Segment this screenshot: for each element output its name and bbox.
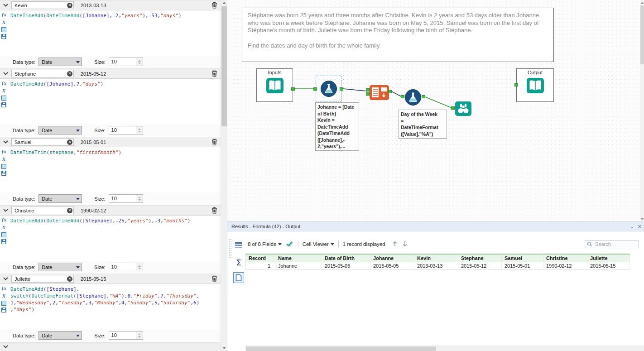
spinner-up-icon[interactable] (138, 264, 141, 267)
chevron-down-icon[interactable] (2, 140, 9, 144)
expression-editor[interactable]: DateTimeAdd([Stephane],switch(DateTimeFo… (8, 284, 221, 329)
dropdown-arrow-icon[interactable] (74, 332, 82, 339)
clear-field-icon[interactable] (67, 3, 72, 8)
clear-field-icon[interactable] (67, 208, 72, 213)
previous-record-icon[interactable] (392, 240, 398, 248)
insert-variable-icon[interactable]: X (2, 88, 5, 94)
output-anchor[interactable] (291, 87, 295, 91)
column-header-stephane[interactable]: Stephane (458, 254, 502, 262)
cell[interactable]: 2015-05-15 (587, 262, 630, 270)
cell[interactable]: 2015-05-12 (458, 262, 502, 270)
results-hscrollbar[interactable] (245, 346, 644, 351)
input-anchor[interactable] (401, 95, 404, 98)
save-expression-icon[interactable] (1, 102, 6, 107)
size-spinner-buttons[interactable] (136, 332, 143, 339)
spinner-down-icon[interactable] (138, 199, 141, 202)
formula-tool-selection[interactable] (316, 76, 341, 101)
data-type-select[interactable]: Date (38, 194, 82, 203)
cell[interactable]: 1990-02-12 (543, 262, 587, 270)
expression-editor[interactable]: DateTimeAdd([Johanne],7,"days") (8, 79, 221, 124)
output-anchor[interactable] (340, 87, 343, 91)
formula-annotation-2[interactable]: Day of the Week=DateTimeFormat([Value],"… (399, 110, 447, 139)
output-anchor[interactable] (422, 95, 425, 98)
search-field[interactable] (585, 240, 639, 248)
delete-field-icon[interactable] (211, 139, 217, 145)
data-type-select[interactable]: Date (38, 331, 82, 340)
formula-card-header[interactable]: Samuel 2015-05-01 (0, 137, 221, 147)
delete-field-icon[interactable] (211, 70, 217, 77)
scroll-down-icon[interactable] (221, 345, 227, 351)
arrange-tool-icon[interactable] (369, 85, 389, 101)
column-header-johanne[interactable]: Johanne (370, 254, 414, 262)
field-name-input[interactable]: Juliette (11, 275, 74, 283)
size-spinner-buttons[interactable] (136, 126, 143, 134)
formula-card-partial[interactable] (0, 342, 221, 351)
data-type-select[interactable]: Date (38, 263, 82, 271)
scrollbar-thumb[interactable] (221, 6, 227, 126)
dropdown-arrow-icon[interactable] (74, 263, 82, 271)
text-input-tool-icon[interactable] (266, 77, 284, 94)
arrange-tool[interactable] (369, 85, 389, 101)
dropdown-arrow-icon[interactable] (74, 126, 82, 134)
delete-field-icon[interactable] (211, 207, 217, 214)
cell[interactable]: 2015-05-01 (502, 262, 543, 270)
metadata-view-icon[interactable]: ∑ (233, 256, 244, 267)
cell[interactable]: 2015-05-05 (370, 262, 414, 270)
formula-tool-2[interactable] (404, 89, 422, 107)
input-anchor[interactable] (451, 106, 455, 110)
saved-expressions-icon[interactable] (1, 96, 6, 101)
insert-variable-icon[interactable]: X (2, 293, 5, 299)
formula-card-header[interactable]: Christine 1990-02-12 (0, 205, 221, 216)
fields-dropdown[interactable]: 8 of 8 Fields (248, 241, 282, 247)
panel-grip[interactable] (228, 239, 231, 259)
column-header-date-of-birth[interactable]: Date of Birth (322, 254, 370, 262)
saved-expressions-icon[interactable] (1, 232, 6, 237)
delete-field-icon[interactable] (211, 275, 217, 282)
size-spinner-buttons[interactable] (136, 58, 143, 66)
spinner-down-icon[interactable] (138, 131, 141, 134)
input-anchor[interactable] (514, 83, 518, 87)
scroll-up-icon[interactable] (221, 0, 227, 6)
formula-tool-icon[interactable] (320, 80, 337, 97)
scroll-up-icon[interactable] (640, 0, 644, 5)
search-input[interactable] (594, 241, 634, 247)
scroll-down-icon[interactable] (640, 216, 644, 221)
insert-function-icon[interactable]: ƒx (1, 149, 6, 154)
field-name-input[interactable]: Stephane (11, 70, 74, 77)
spinner-up-icon[interactable] (138, 58, 141, 62)
input-anchor[interactable] (366, 92, 370, 96)
clear-field-icon[interactable] (67, 71, 72, 77)
results-header[interactable]: Results - Formula (42) - Output ⌄ ✕ (227, 221, 644, 231)
save-expression-icon[interactable] (1, 239, 6, 244)
cell-viewer-dropdown[interactable]: Cell Viewer (303, 241, 334, 247)
save-expression-icon[interactable] (1, 308, 6, 313)
data-view-icon[interactable] (233, 240, 244, 250)
insert-variable-icon[interactable]: X (2, 156, 5, 162)
close-results-icon[interactable]: ✕ (638, 223, 642, 230)
field-name-input[interactable]: Kevin (11, 1, 74, 9)
column-header-samuel[interactable]: Samuel (502, 254, 543, 262)
table-row[interactable]: 1Johanne2015-05-052015-05-052013-03-1320… (246, 262, 630, 270)
profile-view-icon[interactable] (233, 272, 244, 283)
saved-expressions-icon[interactable] (1, 301, 6, 306)
column-header-christine[interactable]: Christine (543, 254, 587, 262)
spinner-up-icon[interactable] (138, 332, 141, 335)
field-name-input[interactable]: Samuel (11, 138, 74, 146)
cell[interactable]: 2015-05-05 (322, 262, 370, 270)
collapse-results-icon[interactable]: ⌄ (630, 223, 634, 230)
insert-variable-icon[interactable]: X (2, 225, 5, 231)
size-input[interactable]: 10 (109, 331, 143, 340)
expression-editor[interactable]: DateTimeTrim(stephane,"firstofmonth") (8, 147, 221, 192)
column-header-name[interactable]: Name (275, 254, 322, 262)
chevron-down-icon[interactable] (2, 72, 9, 75)
save-expression-icon[interactable] (1, 171, 6, 176)
expression-editor[interactable]: DateTimeAdd(DateTimeAdd([Johanne],-2,"ye… (8, 10, 221, 56)
comment-box[interactable]: Stéphane was born 25 years and three mon… (242, 8, 554, 62)
expression-editor[interactable]: DateTimeAdd(DateTimeAdd([Stephane],-25,"… (8, 216, 221, 261)
input-anchor[interactable] (366, 88, 370, 91)
size-input[interactable]: 10 (109, 263, 143, 271)
spinner-up-icon[interactable] (138, 127, 141, 130)
cell[interactable]: 2013-03-13 (414, 262, 458, 270)
formula-annotation-1[interactable]: Johanne = [Dateof Birth]Kevin =DateTimeA… (315, 102, 359, 151)
size-input[interactable]: 10 (109, 58, 143, 66)
